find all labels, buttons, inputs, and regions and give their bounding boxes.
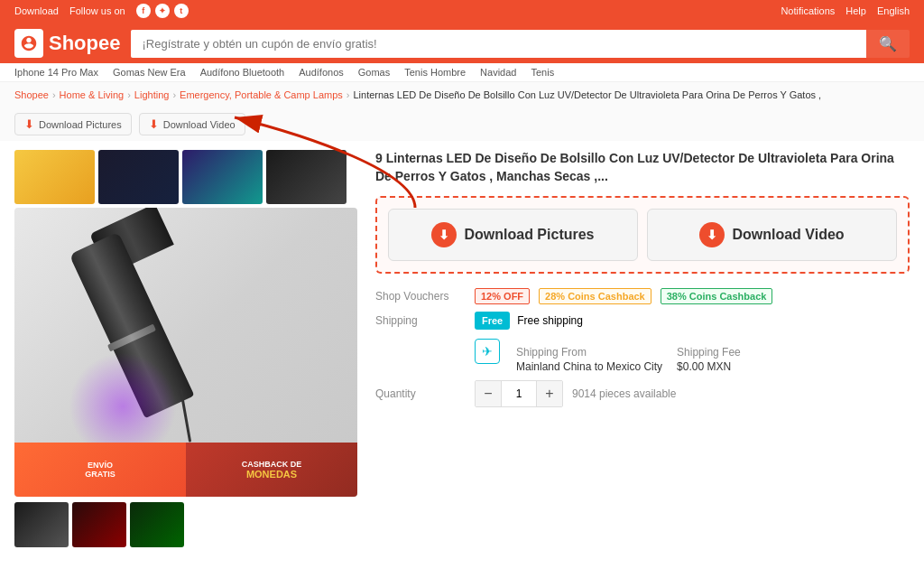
quantity-label: Quantity (375, 387, 466, 400)
breadcrumb-shopee[interactable]: Shopee (14, 89, 49, 100)
thumb-2[interactable] (98, 150, 179, 204)
search-input[interactable] (131, 30, 866, 58)
product-info: 9 Linternas LED De Diseño De Bolsillo Co… (375, 150, 910, 547)
cashback-banner: CASHBACK DE MONEDAS (186, 443, 357, 497)
language-selector[interactable]: English (877, 5, 910, 16)
big-dl-video-label: Download Video (732, 227, 844, 243)
big-download-icon-1: ⬇ (431, 222, 457, 247)
breadcrumb-sep4: › (346, 89, 350, 100)
fee-value[interactable]: $0.00 MXN (677, 360, 741, 373)
thumb-1[interactable] (14, 150, 95, 204)
voucher-3[interactable]: 38% Coins Cashback (661, 288, 773, 304)
breadcrumb: Shopee › Home & Living › Lighting › Emer… (0, 82, 924, 107)
breadcrumb-current: Linternas LED De Diseño De Bolsillo Con … (353, 89, 821, 100)
nav-item-audifonobluetooth[interactable]: Audífono Bluetooth (200, 67, 285, 78)
shipping-box: Free Free shipping (475, 312, 583, 330)
download-icon-1: ⬇ (24, 117, 34, 131)
thumbnail-row-bottom (14, 502, 357, 547)
small-dl-video-label: Download Video (163, 119, 236, 130)
thumb-4[interactable] (266, 150, 346, 204)
small-download-pictures-button[interactable]: ⬇ Download Pictures (14, 113, 132, 135)
free-shipping-text: Free shipping (517, 314, 583, 327)
quantity-decrease-button[interactable]: − (476, 381, 501, 406)
download-icon-2: ⬇ (149, 117, 159, 131)
cashback-line2: MONEDAS (246, 469, 297, 480)
envio-line1: ENVÍO (88, 461, 113, 470)
nav-item-tenis[interactable]: Tenis Hombre (404, 67, 466, 78)
ship-details: Shipping From Mainland China to Mexico C… (516, 346, 741, 373)
big-download-icon-2: ⬇ (699, 222, 725, 247)
quantity-increase-button[interactable]: + (537, 381, 562, 406)
voucher-2[interactable]: 28% Coins Cashback (539, 288, 651, 304)
thumb-sm-3[interactable] (130, 502, 184, 547)
small-download-video-button[interactable]: ⬇ Download Video (139, 113, 245, 135)
shipping-row: Shipping Free Free shipping (375, 312, 910, 335)
search-bar: 🔍 (131, 30, 910, 58)
product-title: 9 Linternas LED De Diseño De Bolsillo Co… (375, 150, 910, 185)
breadcrumb-sep1: › (52, 89, 56, 100)
from-detail: Shipping From Mainland China to Mexico C… (516, 346, 662, 373)
breadcrumb-emergency[interactable]: Emergency, Portable & Camp Lamps (180, 89, 343, 100)
voucher-1[interactable]: 12% OFF (475, 288, 530, 304)
top-bar-left: Download Follow us on f ✦ t (14, 4, 189, 18)
breadcrumb-lighting[interactable]: Lighting (134, 89, 170, 100)
nav-item-navidad[interactable]: Navidad (480, 67, 516, 78)
top-bar-right: Notifications Help English (781, 5, 910, 16)
ship-icon: ✈ (475, 339, 500, 364)
breadcrumb-sep3: › (172, 89, 176, 100)
shipping-from-row: ✈ Shipping From Mainland China to Mexico… (375, 339, 910, 373)
notifications-link[interactable]: Notifications (781, 5, 835, 16)
breadcrumb-sep2: › (127, 89, 131, 100)
search-button[interactable]: 🔍 (866, 30, 910, 58)
main-product-image: ENVÍO GRATIS CASHBACK DE MONEDAS (14, 208, 357, 497)
quantity-row: Quantity − + 9014 pieces available (375, 380, 910, 407)
follow-text: Follow us on (69, 5, 125, 16)
top-bar: Download Follow us on f ✦ t Notification… (0, 0, 924, 22)
from-label: Shipping From (516, 346, 662, 359)
quantity-input[interactable] (501, 381, 537, 406)
envio-banner: ENVÍO GRATIS (14, 443, 186, 497)
cashback-line1: CASHBACK DE (242, 460, 302, 469)
pieces-available: 9014 pieces available (572, 387, 676, 400)
thumbnail-row-top (14, 150, 357, 204)
facebook-icon[interactable]: f (136, 4, 151, 18)
big-download-video-button[interactable]: ⬇ Download Video (647, 209, 897, 261)
envio-line2: GRATIS (85, 470, 115, 479)
vouchers-label: Shop Vouchers (375, 290, 466, 303)
thumb-3[interactable] (182, 150, 263, 204)
nav-item-tenis2[interactable]: Tenis (531, 67, 554, 78)
download-link[interactable]: Download (14, 5, 59, 16)
nav-item-gomas2[interactable]: Gomas (358, 67, 390, 78)
shipping-label: Shipping (375, 314, 466, 327)
big-download-row: ⬇ Download Pictures ⬇ Download Video (375, 196, 910, 274)
breadcrumb-home[interactable]: Home & Living (60, 89, 125, 100)
logo-icon (14, 29, 43, 58)
thumb-sm-2[interactable] (72, 502, 126, 547)
free-badge: Free (475, 312, 510, 330)
fee-detail: Shipping Fee $0.00 MXN (677, 346, 741, 373)
nav-item-iphone[interactable]: Iphone 14 Pro Max (14, 67, 98, 78)
thumb-sm-1[interactable] (14, 502, 69, 547)
download-row: ⬇ Download Pictures ⬇ Download Video (0, 107, 924, 141)
image-banners: ENVÍO GRATIS CASHBACK DE MONEDAS (14, 443, 357, 497)
nav-item-gomas[interactable]: Gomas New Era (113, 67, 186, 78)
small-dl-pictures-label: Download Pictures (39, 119, 122, 130)
main-content: ENVÍO GRATIS CASHBACK DE MONEDAS 9 Linte… (0, 141, 924, 556)
quantity-controls[interactable]: − + (475, 380, 563, 407)
header: Shopee 🔍 (0, 22, 924, 63)
fee-label: Shipping Fee (677, 346, 741, 359)
nav-item-audifonos[interactable]: Audífonos (299, 67, 344, 78)
big-dl-pictures-label: Download Pictures (464, 227, 594, 243)
help-link[interactable]: Help (845, 5, 866, 16)
from-value[interactable]: Mainland China to Mexico City (516, 360, 662, 373)
twitter-icon[interactable]: t (174, 4, 189, 18)
big-download-pictures-button[interactable]: ⬇ Download Pictures (388, 209, 638, 261)
logo[interactable]: Shopee (14, 29, 120, 58)
social-icons: f ✦ t (136, 4, 189, 18)
nav-bar: Iphone 14 Pro Max Gomas New Era Audífono… (0, 63, 924, 82)
instagram-icon[interactable]: ✦ (155, 4, 170, 18)
logo-text: Shopee (49, 32, 120, 55)
vouchers-row: Shop Vouchers 12% OFF 28% Coins Cashback… (375, 288, 910, 304)
product-images: ENVÍO GRATIS CASHBACK DE MONEDAS (14, 150, 357, 547)
